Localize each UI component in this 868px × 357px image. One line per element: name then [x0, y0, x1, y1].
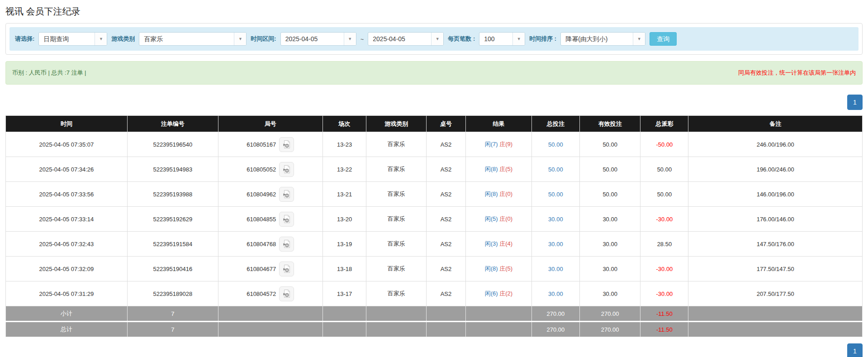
valid-bet-cell: 30.00	[579, 257, 640, 281]
session-cell: 13-18	[323, 257, 366, 281]
time-sort-select[interactable]: 降幂(由大到小) ▼	[560, 32, 645, 46]
result-banker: 庄(4)	[499, 240, 512, 247]
subtotal-total-bet: 270.00	[531, 306, 579, 322]
search-button[interactable]: 查询	[650, 32, 677, 46]
table-header-row: 时间 注单编号 局号 场次 游戏类别 桌号 结果 总投注 有效投注 总派彩 备注	[6, 116, 863, 132]
table-no-cell: AS2	[426, 207, 465, 232]
remark-cell: 207.50/177.50	[688, 281, 863, 306]
result-player: 闲(8)	[485, 265, 498, 272]
valid-bet-cell: 50.00	[579, 182, 640, 207]
round-no-cell: 610804962	[218, 182, 323, 207]
summary-bar: 币别 : 人民币 | 总共 :7 注单 | 同局有效投注，统一计算在该局第一张注…	[5, 61, 863, 85]
summary-note: 同局有效投注，统一计算在该局第一张注单内	[738, 69, 856, 77]
page-size-select[interactable]: 100 ▼	[479, 32, 525, 46]
header-total-bet: 总投注	[531, 116, 579, 132]
video-replay-button[interactable]	[279, 212, 294, 227]
page-size-value: 100	[479, 33, 512, 45]
round-no-value: 610804768	[247, 241, 276, 248]
query-type-select[interactable]: 日期查询 ▼	[38, 32, 107, 46]
total-bet-link[interactable]: 30.00	[531, 232, 579, 257]
order-no-cell: 522395192629	[127, 207, 218, 232]
page-1-button[interactable]: 1	[847, 95, 863, 110]
chevron-down-icon[interactable]: ▼	[633, 33, 645, 45]
filter-panel: 请选择: 日期查询 ▼ 游戏类别 百家乐 ▼ 时间区间: 2025-04-05 …	[5, 23, 863, 55]
remark-cell: 146.00/196.00	[688, 182, 863, 207]
valid-bet-cell: 50.00	[579, 132, 640, 157]
page-1-button[interactable]: 1	[847, 343, 863, 357]
table-no-cell: AS2	[426, 157, 465, 182]
chevron-down-icon[interactable]: ▼	[431, 33, 443, 45]
total-bet-link[interactable]: 30.00	[531, 281, 579, 306]
game-cell: 百家乐	[366, 132, 427, 157]
chevron-down-icon[interactable]: ▼	[512, 33, 525, 45]
round-no-value: 610805052	[247, 166, 276, 173]
game-cell: 百家乐	[366, 157, 427, 182]
session-cell: 13-22	[323, 157, 366, 182]
total-label: 总计	[6, 322, 128, 337]
total-bet-link[interactable]: 50.00	[531, 157, 579, 182]
header-result: 结果	[466, 116, 532, 132]
page-size-label: 每页笔数 :	[448, 35, 475, 43]
order-no-cell: 522395194983	[127, 157, 218, 182]
result-player: 闲(6)	[485, 290, 498, 297]
date-to-value: 2025-04-05	[368, 33, 431, 45]
valid-bet-cell: 30.00	[579, 207, 640, 232]
game-cell: 百家乐	[366, 207, 427, 232]
result-player: 闲(3)	[485, 240, 498, 247]
filter-bar: 请选择: 日期查询 ▼ 游戏类别 百家乐 ▼ 时间区间: 2025-04-05 …	[9, 27, 859, 51]
result-player: 闲(8)	[485, 190, 498, 197]
total-bet-link[interactable]: 50.00	[531, 132, 579, 157]
game-category-select[interactable]: 百家乐 ▼	[139, 32, 247, 46]
video-file-icon	[282, 289, 291, 298]
video-replay-button[interactable]	[279, 162, 294, 177]
chevron-down-icon[interactable]: ▼	[95, 33, 107, 45]
valid-bet-cell: 30.00	[579, 281, 640, 306]
subtotal-count: 7	[127, 306, 218, 322]
order-no-cell: 522395190416	[127, 257, 218, 281]
payout-cell: -30.00	[640, 281, 688, 306]
pagination-top: 1	[5, 95, 863, 110]
total-bet-link[interactable]: 50.00	[531, 182, 579, 207]
total-bet-link[interactable]: 30.00	[531, 207, 579, 232]
game-category-value: 百家乐	[139, 33, 234, 45]
table-no-cell: AS2	[426, 182, 465, 207]
session-cell: 13-20	[323, 207, 366, 232]
order-no-cell: 522395189028	[127, 281, 218, 306]
remark-cell: 177.50/147.50	[688, 257, 863, 281]
chevron-down-icon[interactable]: ▼	[234, 33, 246, 45]
video-replay-button[interactable]	[279, 286, 294, 301]
order-no-cell: 522395196540	[127, 132, 218, 157]
video-file-icon	[282, 190, 291, 199]
result-banker: 庄(5)	[499, 166, 512, 172]
remark-cell: 147.50/176.00	[688, 232, 863, 257]
video-replay-button[interactable]	[279, 137, 294, 152]
table-row: 2025-04-05 07:33:14 522395192629 6108048…	[6, 207, 863, 232]
subtotal-valid-bet: 270.00	[579, 306, 640, 322]
date-from-select[interactable]: 2025-04-05 ▼	[280, 32, 356, 46]
time-cell: 2025-04-05 07:34:26	[6, 157, 128, 182]
total-valid-bet: 270.00	[579, 322, 640, 337]
round-no-cell: 610804572	[218, 281, 323, 306]
video-replay-button[interactable]	[279, 237, 294, 252]
session-cell: 13-23	[323, 132, 366, 157]
video-file-icon	[282, 165, 291, 174]
table-no-cell: AS2	[426, 257, 465, 281]
date-to-select[interactable]: 2025-04-05 ▼	[368, 32, 444, 46]
order-no-cell: 522395191584	[127, 232, 218, 257]
round-no-cell: 610804677	[218, 257, 323, 281]
total-bet-link[interactable]: 30.00	[531, 257, 579, 281]
video-file-icon	[282, 239, 291, 248]
video-replay-button[interactable]	[279, 187, 294, 202]
remark-cell: 176.00/146.00	[688, 207, 863, 232]
total-count: 7	[127, 322, 218, 337]
video-replay-button[interactable]	[279, 262, 294, 276]
header-valid-bet: 有效投注	[579, 116, 640, 132]
result-cell: 闲(8) 庄(0)	[466, 182, 532, 207]
result-cell: 闲(5) 庄(0)	[466, 207, 532, 232]
chevron-down-icon[interactable]: ▼	[344, 33, 356, 45]
table-no-cell: AS2	[426, 132, 465, 157]
result-banker: 庄(5)	[499, 265, 512, 272]
result-cell: 闲(3) 庄(4)	[466, 232, 532, 257]
header-round-no: 局号	[218, 116, 323, 132]
summary-currency-count: 币别 : 人民币 | 总共 :7 注单 |	[12, 69, 86, 77]
